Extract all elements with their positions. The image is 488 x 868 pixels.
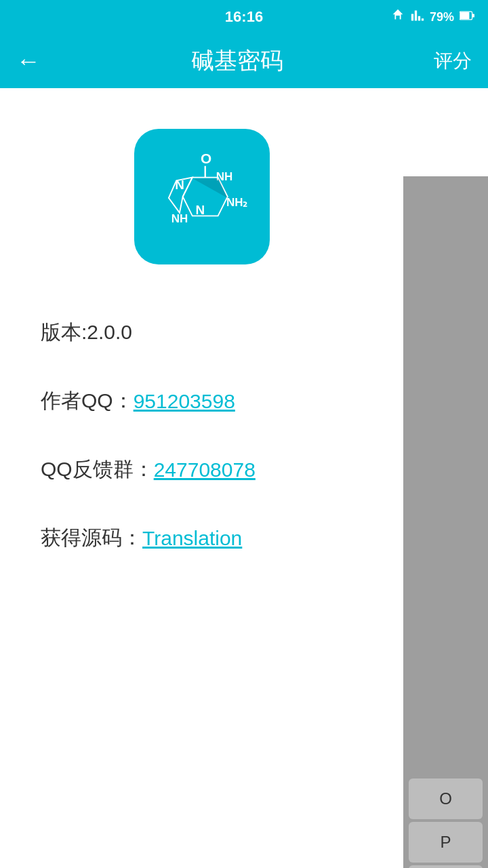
layout-wrapper: O NH NH₂ N N NH (0, 88, 488, 868)
svg-rect-2 (472, 14, 474, 17)
status-icons: 79% (390, 8, 474, 26)
wifi-icon (390, 8, 405, 26)
svg-text:NH: NH (171, 212, 188, 225)
status-time: 16:16 (225, 8, 263, 26)
battery-icon (460, 10, 474, 24)
key-p[interactable]: P (409, 822, 483, 863)
battery-text: 79% (430, 10, 454, 24)
feedback-label: QQ反馈群： (41, 456, 154, 484)
svg-text:N: N (195, 203, 205, 217)
app-bar-title: 碱基密码 (191, 45, 283, 77)
version-row: 版本:2.0.0 (41, 298, 363, 367)
author-label: 作者QQ： (41, 387, 134, 415)
app-bar: ← 碱基密码 评分 (0, 34, 488, 88)
source-link[interactable]: Translation (142, 527, 242, 550)
svg-text:NH₂: NH₂ (226, 196, 247, 209)
version-text: 版本:2.0.0 (41, 319, 132, 347)
feedback-row: QQ反馈群： 247708078 (41, 435, 363, 504)
right-panel: O P L M (403, 176, 488, 868)
back-button[interactable]: ← (16, 47, 41, 75)
source-label: 获得源码： (41, 524, 142, 552)
key-o[interactable]: O (409, 778, 483, 819)
rating-button[interactable]: 评分 (434, 48, 472, 74)
status-bar: 16:16 79% (0, 0, 488, 34)
key-l[interactable]: L (409, 865, 483, 868)
info-section: 版本:2.0.0 作者QQ： 951203598 QQ反馈群： 24770807… (27, 298, 376, 572)
author-qq-link[interactable]: 951203598 (134, 390, 235, 413)
keyboard-keys: O P L M (403, 778, 488, 868)
feedback-qq-link[interactable]: 247708078 (154, 458, 256, 481)
signal-icon (411, 9, 424, 26)
svg-text:O: O (201, 151, 211, 166)
app-icon: O NH NH₂ N N NH (134, 129, 270, 264)
author-row: 作者QQ： 951203598 (41, 367, 363, 435)
svg-rect-1 (460, 12, 470, 18)
source-row: 获得源码： Translation (41, 504, 363, 572)
main-content: O NH NH₂ N N NH (0, 88, 403, 868)
